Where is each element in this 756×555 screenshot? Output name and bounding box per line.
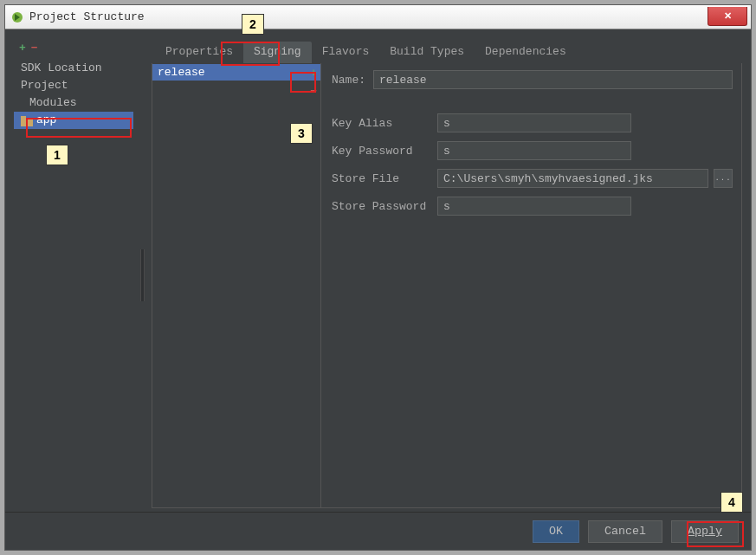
key-password-field[interactable]	[437, 141, 631, 160]
tab-properties[interactable]: Properties	[155, 42, 243, 63]
signing-panel: release + − Name: Key Alias	[152, 63, 742, 508]
add-config-icon[interactable]: +	[310, 67, 317, 80]
client-area: + − SDK Location Project Modules app	[5, 29, 751, 550]
splitter[interactable]	[140, 42, 145, 508]
remove-config-icon[interactable]: −	[310, 85, 317, 98]
key-alias-field[interactable]	[437, 113, 631, 132]
dialog-buttons: OK Cancel Apply	[5, 512, 751, 550]
right-column: Properties Signing Flavors Build Types D…	[152, 42, 742, 508]
sidebar-tree: SDK Location Project Modules app	[14, 60, 133, 129]
tab-build-types[interactable]: Build Types	[379, 42, 475, 63]
add-module-icon[interactable]: +	[19, 42, 26, 55]
remove-module-icon[interactable]: −	[31, 42, 38, 55]
name-label: Name:	[332, 74, 370, 87]
module-icon	[21, 115, 33, 126]
name-field[interactable]	[373, 70, 733, 89]
window-title: Project Structure	[29, 10, 145, 23]
tabs: Properties Signing Flavors Build Types D…	[152, 42, 742, 63]
upper-area: + − SDK Location Project Modules app	[5, 29, 751, 512]
tab-dependencies[interactable]: Dependencies	[475, 42, 577, 63]
key-alias-label: Key Alias	[332, 117, 434, 130]
cancel-button[interactable]: Cancel	[588, 520, 662, 543]
sidebar-item-sdk-location[interactable]: SDK Location	[14, 60, 133, 77]
signing-config-list: release + −	[152, 63, 321, 507]
browse-button[interactable]: ...	[714, 169, 733, 188]
sidebar-item-app[interactable]: app	[14, 112, 133, 129]
config-item-release[interactable]: release	[152, 64, 320, 81]
store-file-label: Store File	[332, 172, 434, 185]
signing-form: Name: Key Alias Key Password	[321, 63, 741, 507]
titlebar: Project Structure ✕	[5, 5, 751, 29]
tab-flavors[interactable]: Flavors	[312, 42, 380, 63]
sidebar-item-label: app	[36, 112, 56, 129]
store-password-field[interactable]	[437, 197, 631, 216]
project-structure-window: Project Structure ✕ + − SDK Location Pro…	[4, 4, 752, 551]
svg-rect-2	[21, 116, 26, 119]
key-password-label: Key Password	[332, 145, 434, 158]
close-button[interactable]: ✕	[708, 7, 747, 26]
sidebar-group-modules: Modules	[14, 94, 133, 112]
store-file-field[interactable]	[437, 169, 708, 188]
apply-button[interactable]: Apply	[671, 520, 739, 543]
tab-signing[interactable]: Signing	[243, 42, 312, 63]
store-password-label: Store Password	[332, 200, 434, 213]
sidebar-item-project[interactable]: Project	[14, 77, 133, 94]
sidebar-toolbar: + −	[14, 42, 133, 60]
ok-button[interactable]: OK	[533, 520, 579, 543]
sidebar: + − SDK Location Project Modules app	[14, 42, 133, 508]
app-icon	[10, 10, 24, 24]
